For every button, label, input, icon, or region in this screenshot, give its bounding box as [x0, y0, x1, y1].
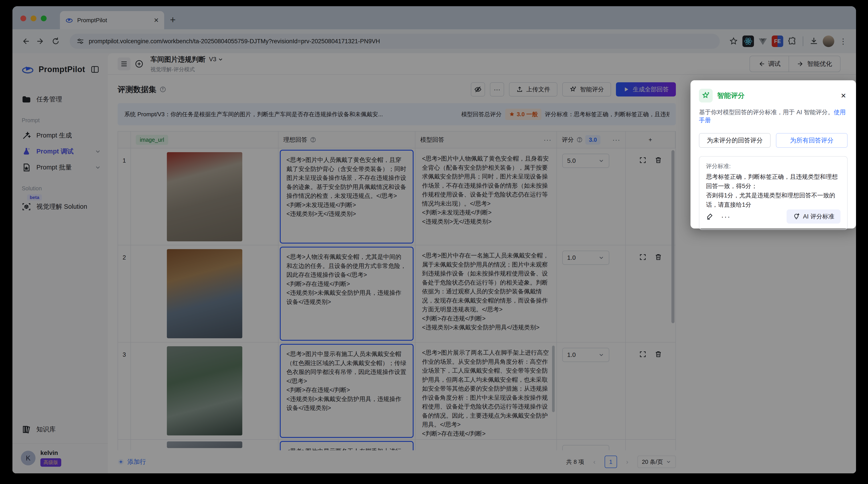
smart-score-panel: 智能评分 ✕ 基于你对模型回答的评分标准，用于 AI 智能评分。使用手册 为未评… — [690, 80, 856, 228]
score-all-button[interactable]: 为所有回答评分 — [776, 133, 847, 148]
screen: PromptPilot ✕ + promptpilot.volcengine.c… — [0, 0, 868, 484]
criteria-text: 思考标签正确，判断标签正确，且违规类型和理想回答一致，得5分； 否则得1分，尤其… — [706, 172, 840, 209]
edit-pencil-icon[interactable] — [706, 213, 714, 220]
ai-criteria-button[interactable]: AI 评分标准 — [786, 209, 840, 224]
bulb-sparkle-icon — [793, 213, 800, 220]
modal-dim-overlay — [0, 0, 868, 484]
score-unscored-button[interactable]: 为未评分的回答评分 — [699, 133, 771, 148]
panel-description: 基于你对模型回答的评分标准，用于 AI 智能评分。 — [699, 109, 834, 116]
close-icon[interactable]: ✕ — [839, 91, 847, 101]
star-sparkle-icon — [699, 89, 713, 102]
panel-title: 智能评分 — [717, 91, 835, 100]
criteria-more-icon[interactable]: ··· — [721, 212, 731, 221]
criteria-card: 评分标准: 思考标签正确，判断标签正确，且违规类型和理想回答一致，得5分； 否则… — [699, 156, 847, 230]
criteria-label: 评分标准: — [706, 162, 840, 170]
